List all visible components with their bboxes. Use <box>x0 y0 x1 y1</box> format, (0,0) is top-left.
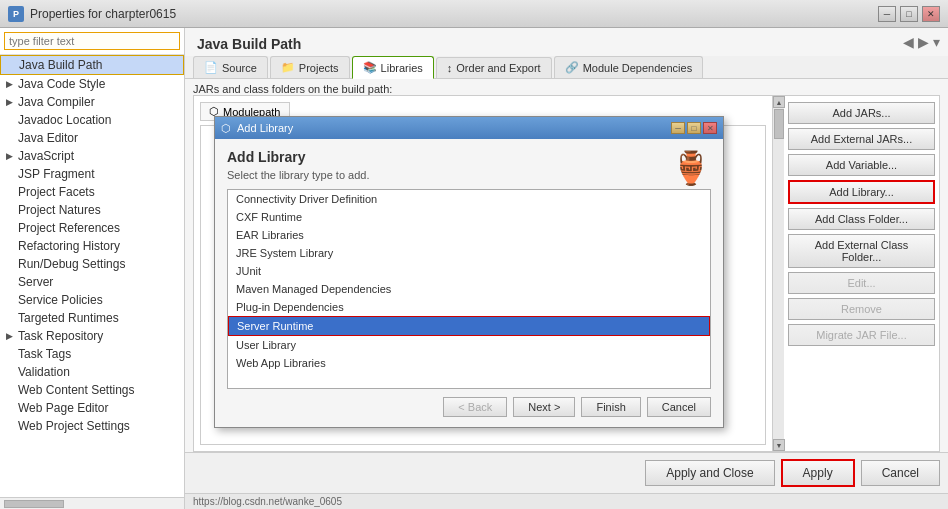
status-bar: https://blog.csdn.net/wanke_0605 <box>185 493 948 509</box>
action-buttons: Add JARs...Add External JARs...Add Varia… <box>784 96 939 451</box>
left-panel: Java Build Path▶Java Code Style▶Java Com… <box>0 28 185 509</box>
tab-icon: 📁 <box>281 61 295 74</box>
btn-add-class-folder-[interactable]: Add Class Folder... <box>788 208 935 230</box>
right-panel: Java Build Path ◀ ▶ ▾ 📄Source📁Projects📚L… <box>185 28 948 509</box>
dialog-list-item[interactable]: JRE System Library <box>228 244 710 262</box>
tree-item[interactable]: Web Project Settings <box>0 417 184 435</box>
btn-add-external-class-folder-[interactable]: Add External Class Folder... <box>788 234 935 268</box>
dialog-lib-icon: 🏺 <box>671 149 711 187</box>
tree-item[interactable]: Project References <box>0 219 184 237</box>
maximize-button[interactable]: □ <box>900 6 918 22</box>
window-controls: ─ □ ✕ <box>878 6 940 22</box>
btn-add-library-[interactable]: Add Library... <box>788 180 935 204</box>
tree-item[interactable]: ▶Java Code Style <box>0 75 184 93</box>
forward-arrow[interactable]: ▶ <box>918 34 929 50</box>
dialog-list-item[interactable]: Plug-in Dependencies <box>228 298 710 316</box>
dialog-list-item[interactable]: Web App Libraries <box>228 354 710 372</box>
dialog-controls: ─ □ ✕ <box>671 122 717 134</box>
tab-icon: 🔗 <box>565 61 579 74</box>
tree-item[interactable]: Targeted Runtimes <box>0 309 184 327</box>
dialog-list-item[interactable]: CXF Runtime <box>228 208 710 226</box>
dialog-maximize[interactable]: □ <box>687 122 701 134</box>
dialog-btn-cancel[interactable]: Cancel <box>647 397 711 417</box>
horizontal-scrollbar[interactable] <box>0 497 184 509</box>
tree-arrow: ▶ <box>6 97 16 107</box>
tab-icon: 📚 <box>363 61 377 74</box>
dialog-minimize[interactable]: ─ <box>671 122 685 134</box>
dialog-list-item[interactable]: Server Runtime <box>228 316 710 336</box>
tree-item[interactable]: Javadoc Location <box>0 111 184 129</box>
tree-item[interactable]: JSP Fragment <box>0 165 184 183</box>
tree-arrow: ▶ <box>6 331 16 341</box>
tree-item[interactable]: Run/Debug Settings <box>0 255 184 273</box>
tree-arrow: ▶ <box>6 79 16 89</box>
tab-libraries[interactable]: 📚Libraries <box>352 56 434 79</box>
tree-item[interactable]: Java Editor <box>0 129 184 147</box>
add-library-dialog: ⬡ Add Library ─ □ ✕ Add Library Select t… <box>214 116 724 428</box>
tree-panel: Java Build Path▶Java Code Style▶Java Com… <box>0 55 184 497</box>
tab-projects[interactable]: 📁Projects <box>270 56 350 78</box>
btn-edit-: Edit... <box>788 272 935 294</box>
tree-item[interactable]: Task Tags <box>0 345 184 363</box>
scrollbar-thumb[interactable] <box>4 500 64 508</box>
btn-add-jars-[interactable]: Add JARs... <box>788 102 935 124</box>
tree-item[interactable]: Validation <box>0 363 184 381</box>
btn-add-variable-[interactable]: Add Variable... <box>788 154 935 176</box>
tree-arrow: ▶ <box>6 151 16 161</box>
tree-item[interactable]: Server <box>0 273 184 291</box>
tab-module-dependencies[interactable]: 🔗Module Dependencies <box>554 56 703 78</box>
tree-item[interactable]: Web Page Editor <box>0 399 184 417</box>
dialog-btn-next-[interactable]: Next > <box>513 397 575 417</box>
dialog-list-item[interactable]: Maven Managed Dependencies <box>228 280 710 298</box>
bottom-btn-cancel[interactable]: Cancel <box>861 460 940 486</box>
tabs-container: 📄Source📁Projects📚Libraries↕Order and Exp… <box>185 56 948 79</box>
filter-input[interactable] <box>4 32 180 50</box>
tree-item[interactable]: Project Facets <box>0 183 184 201</box>
panel-title: Java Build Path <box>185 28 313 56</box>
tab-source[interactable]: 📄Source <box>193 56 268 78</box>
close-button[interactable]: ✕ <box>922 6 940 22</box>
btn-remove: Remove <box>788 298 935 320</box>
dialog-btn-finish[interactable]: Finish <box>581 397 640 417</box>
title-bar: P Properties for charpter0615 ─ □ ✕ <box>0 0 948 28</box>
dialog-subtext: Select the library type to add. <box>227 169 369 181</box>
dialog-heading: Add Library <box>227 149 369 165</box>
dialog-list-item[interactable]: User Library <box>228 336 710 354</box>
menu-arrow[interactable]: ▾ <box>933 34 940 50</box>
dialog-list-item[interactable]: JUnit <box>228 262 710 280</box>
window-icon: P <box>8 6 24 22</box>
tab-icon: 📄 <box>204 61 218 74</box>
bottom-bar: Apply and CloseApplyCancel <box>185 452 948 493</box>
tree-item[interactable]: ▶JavaScript <box>0 147 184 165</box>
dialog-body: Add Library Select the library type to a… <box>215 139 723 427</box>
back-arrow[interactable]: ◀ <box>903 34 914 50</box>
navigation-arrows: ◀ ▶ ▾ <box>895 32 948 52</box>
content-area: ⬡ Modulepath ▲ ▼ Add JARs...Add External… <box>193 95 940 452</box>
tree-item[interactable]: Java Build Path <box>0 55 184 75</box>
dialog-list-item[interactable]: EAR Libraries <box>228 226 710 244</box>
panel-label: JARs and class folders on the build path… <box>185 79 948 95</box>
window-title: Properties for charpter0615 <box>30 7 878 21</box>
vertical-scrollbar: ▲ ▼ <box>772 96 784 451</box>
minimize-button[interactable]: ─ <box>878 6 896 22</box>
btn-add-external-jars-[interactable]: Add External JARs... <box>788 128 935 150</box>
dialog-list-item[interactable]: Connectivity Driver Definition <box>228 190 710 208</box>
tree-item[interactable]: Web Content Settings <box>0 381 184 399</box>
bottom-btn-apply[interactable]: Apply <box>781 459 855 487</box>
tab-icon: ↕ <box>447 62 453 74</box>
tree-item[interactable]: Project Natures <box>0 201 184 219</box>
tree-item[interactable]: Refactoring History <box>0 237 184 255</box>
dialog-icon: ⬡ <box>221 122 231 135</box>
btn-migrate-jar-file-: Migrate JAR File... <box>788 324 935 346</box>
scroll-track <box>773 108 784 439</box>
tree-item[interactable]: ▶Task Repository <box>0 327 184 345</box>
bottom-btn-apply-and-close[interactable]: Apply and Close <box>645 460 774 486</box>
tree-item[interactable]: Service Policies <box>0 291 184 309</box>
dialog-close[interactable]: ✕ <box>703 122 717 134</box>
dialog-title-bar: ⬡ Add Library ─ □ ✕ <box>215 117 723 139</box>
scroll-thumb[interactable] <box>774 109 784 139</box>
dialog-list: Connectivity Driver DefinitionCXF Runtim… <box>227 189 711 389</box>
tree-item[interactable]: ▶Java Compiler <box>0 93 184 111</box>
filter-container <box>0 28 184 55</box>
tab-order-and-export[interactable]: ↕Order and Export <box>436 57 552 78</box>
